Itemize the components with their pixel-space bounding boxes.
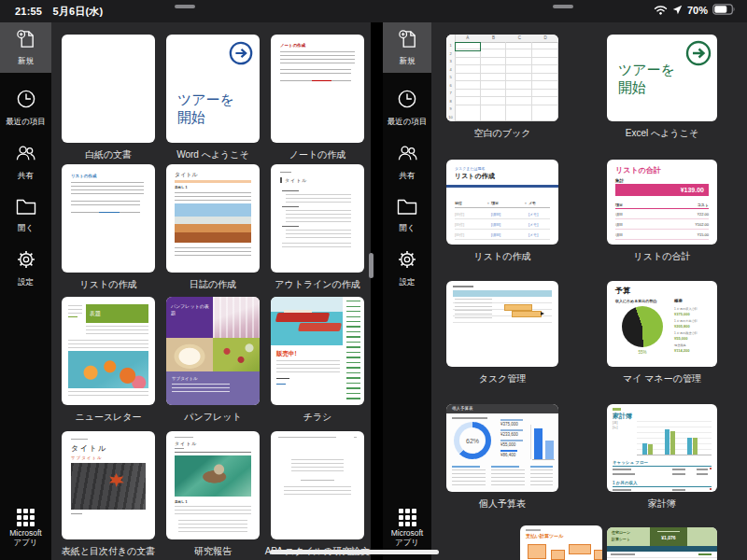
- word-template-journal[interactable]: タイトル 見出し 1: [166, 164, 260, 273]
- excel-sidebar-item-settings[interactable]: 設定: [383, 248, 431, 288]
- word-sidebar-item-shared[interactable]: 共有: [0, 142, 51, 182]
- total-cell: 項目: [615, 212, 623, 217]
- list-cell: [日付]: [455, 212, 464, 217]
- excel-sidebar-item-new[interactable]: 新規: [383, 22, 431, 73]
- flyer-photo: [271, 297, 343, 345]
- mini-doc-title: タイトル: [175, 441, 197, 446]
- word-template-newsletter[interactable]: 表題: [62, 297, 155, 405]
- sheet-row-header: 10: [446, 114, 455, 122]
- brochure-photo-3: [213, 338, 260, 371]
- word-template-gallery: 白紙の文書 ツアーを 開始 Word へようこそ ノートの作成 ノートの作成 リ…: [51, 22, 371, 560]
- excel-template-household-budget[interactable]: 家計簿 [月] [年] キャッシュ フロー 1: [607, 404, 717, 492]
- word-app-pane: 新規 最近の項目 共有 開く 設定 Microsoftアプリ: [0, 22, 371, 560]
- list-col-header: 項目: [491, 201, 499, 205]
- apps-label-line2: アプリ: [395, 538, 419, 547]
- excel-sidebar-item-open[interactable]: 開く: [383, 196, 431, 234]
- total-cell: ¥102.00: [696, 222, 709, 227]
- split-view-resize-handle[interactable]: [369, 253, 374, 278]
- sheet-active-cell: [455, 42, 481, 51]
- word-sidebar-item-new[interactable]: 新規: [0, 22, 51, 73]
- excel-template-mortgage-calculator[interactable]: 住宅ローン 計算シート ¥1,076: [607, 527, 717, 560]
- mini-doc-subtitle: サブタイトル: [71, 455, 103, 460]
- location-icon: [672, 5, 683, 17]
- word-sidebar-item-settings[interactable]: 設定: [0, 248, 51, 288]
- excel-template-create-list[interactable]: タスクまたは題名 リストの作成 日付 項目 ▾ メモ ▾ [日付] [項目] […: [446, 160, 558, 245]
- total-col-header: 項目: [615, 203, 623, 207]
- calc-box: [528, 544, 546, 559]
- summary-label: 1 か月の残金合計: [674, 331, 698, 335]
- word-template-take-notes[interactable]: ノートの作成: [271, 35, 364, 143]
- word-template-blank-document[interactable]: [62, 35, 155, 143]
- list-cell: [項目]: [491, 232, 500, 237]
- mini-sheet-title: 予算: [615, 286, 630, 296]
- mini-doc-title: パンフレットの表題: [171, 303, 209, 316]
- research-photo: [175, 455, 251, 497]
- budget-bar: [534, 428, 543, 459]
- mini-sheet-title: リストの作成: [455, 172, 495, 181]
- home-indicator[interactable]: [270, 550, 439, 554]
- status-bar: 21:55 5月6日(水) 70%: [0, 0, 747, 22]
- sidebar-item-label: 共有: [400, 171, 416, 182]
- filter-arrow-icon: ▾: [487, 202, 489, 205]
- excel-template-personal-budget[interactable]: 個人予算表 62% ¥375,000 ¥233,600 ¥55,000 ¥86,…: [446, 404, 558, 492]
- budget-bar: [545, 441, 554, 459]
- excel-sidebar-item-microsoft-apps[interactable]: Microsoftアプリ: [383, 509, 431, 548]
- budget-value: ¥375,000: [500, 422, 518, 427]
- excel-sidebar-item-recent[interactable]: 最近の項目: [383, 88, 431, 128]
- word-template-apa-paper[interactable]: [271, 431, 364, 539]
- excel-template-task-management[interactable]: [446, 281, 558, 367]
- mini-sheet-title: リストの合計: [615, 165, 661, 175]
- word-template-flyer[interactable]: 販売中!: [271, 297, 364, 405]
- excel-template-list-total[interactable]: リストの合計 集計 ¥139.00 項目 コスト 項目 ¥22.00 項目 ¥1…: [607, 160, 717, 245]
- word-sidebar-item-recent[interactable]: 最近の項目: [0, 88, 51, 128]
- word-template-research-report[interactable]: タイトル 見出し 1: [166, 431, 260, 539]
- summary-value: ¥375,000: [674, 312, 690, 316]
- word-template-create-list[interactable]: リストの作成: [62, 164, 155, 273]
- ipad-split-screen: 21:55 5月6日(水) 70% 新規 最近の: [0, 0, 747, 560]
- mini-sheet-title: 家計簿: [613, 412, 632, 421]
- tour-text-line2: 開始: [177, 108, 234, 126]
- word-template-welcome-tour[interactable]: ツアーを 開始: [166, 35, 260, 143]
- excel-window-drag-handle[interactable]: [553, 5, 573, 8]
- section-title: キャッシュ フロー: [613, 460, 648, 465]
- summary-label: 1 か月の支出合計: [674, 319, 698, 323]
- mini-doc-title: タイトル: [280, 177, 307, 183]
- excel-template-payment-calculator[interactable]: 支払い計算ツール: [520, 525, 602, 560]
- sheet-row-header: 7: [446, 90, 455, 98]
- word-template-cover-toc-document[interactable]: タイトル サブタイトル: [62, 431, 155, 539]
- excel-template-money-manager[interactable]: 予算 収入に占める支出の割合 55% 概要 1 か月の収入合計 ¥375,000…: [607, 281, 717, 367]
- template-label: 表紙と目次付きの文書: [52, 545, 164, 558]
- apps-label-line1: Microsoft: [391, 528, 423, 538]
- chart-bar-green: [693, 438, 698, 455]
- tour-arrow-icon: [684, 39, 712, 71]
- sum-value: ¥139.00: [681, 184, 704, 196]
- template-label: ノートの作成: [261, 148, 371, 161]
- sheet-grid: [455, 42, 558, 121]
- mini-sheet-tag: タスクまたは題名: [455, 166, 486, 171]
- sidebar-item-label: 開く: [399, 223, 415, 234]
- word-sidebar-item-open[interactable]: 開く: [0, 196, 51, 234]
- gantt-milestone: [541, 312, 544, 315]
- template-label: アウトラインの作成: [261, 278, 371, 291]
- apps-grid-icon: [17, 509, 35, 526]
- tour-text-line1: ツアーを: [618, 61, 675, 78]
- list-cell: [項目]: [491, 222, 500, 227]
- sheet-row-header: 9: [446, 105, 455, 114]
- mini-doc-heading: 見出し 1: [175, 186, 188, 189]
- template-label: 個人予算表: [446, 497, 558, 511]
- excel-template-welcome-tour[interactable]: ツアーを 開始: [607, 35, 717, 121]
- word-template-brochure[interactable]: パンフレットの表題 サブタイトル: [166, 297, 260, 405]
- word-template-outline[interactable]: タイトル: [271, 164, 364, 273]
- word-sidebar-item-microsoft-apps[interactable]: Microsoftアプリ: [0, 509, 51, 548]
- budget-value: ¥86,400: [500, 453, 515, 457]
- split-view-divider: [371, 22, 383, 560]
- total-cell: 項目: [615, 222, 623, 227]
- excel-sidebar-item-shared[interactable]: 共有: [383, 142, 431, 182]
- word-window-drag-handle[interactable]: [175, 5, 195, 8]
- total-cell: ¥22.00: [698, 212, 709, 217]
- apps-grid-icon: [399, 509, 416, 526]
- pie-percent: 55%: [622, 350, 663, 355]
- brochure-title-block: パンフレットの表題: [166, 297, 213, 338]
- excel-template-blank-workbook[interactable]: A B C D 1 2 3 4 5 6 7 8 9 10: [446, 35, 558, 121]
- tour-arrow-icon: [228, 40, 254, 70]
